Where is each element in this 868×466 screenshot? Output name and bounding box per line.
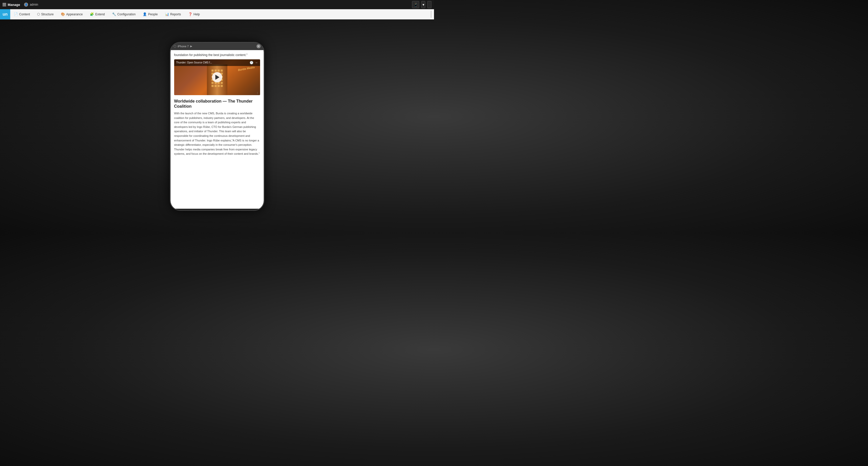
- phone-toolbar-left: iPhone 7 ▶: [174, 45, 192, 48]
- nav-items: 📄 Content ⬡ Structure 🎨 Appearance 🧩 Ext…: [10, 9, 431, 19]
- phone-screen: foundation for publishing the best journ…: [170, 50, 264, 209]
- device-toggle-button[interactable]: 📱: [412, 1, 419, 8]
- help-icon: ❓: [188, 12, 192, 16]
- phone-mockup: iPhone 7 ▶ ✕ foundation for publishing t…: [170, 42, 265, 211]
- site-logo[interactable]: un: [0, 9, 10, 20]
- structure-icon: ⬡: [37, 12, 40, 16]
- nav-right: [431, 11, 434, 18]
- nav-item-content[interactable]: 📄 Content: [10, 9, 33, 19]
- nav-item-configuration[interactable]: 🔧 Configuration: [108, 9, 139, 19]
- article-content: Worldwide collaboration — The Thunder Co…: [170, 99, 264, 160]
- extend-icon: 🧩: [90, 12, 94, 16]
- manage-label: Manage: [8, 3, 20, 7]
- nav-label-help: Help: [194, 12, 200, 16]
- reports-icon: 📊: [165, 12, 169, 16]
- content-icon: 📄: [14, 12, 18, 16]
- burda-label: Burda Media: [238, 65, 255, 71]
- article-heading: Worldwide collaboration — The Thunder Co…: [174, 99, 260, 110]
- nav-label-extend: Extend: [95, 12, 104, 16]
- share-icon: →: [255, 61, 258, 64]
- nav-right-bar: [431, 11, 431, 18]
- video-block[interactable]: Burda Media Thunder: Open Source CMS f..…: [174, 59, 260, 95]
- nav-label-people: People: [148, 12, 158, 16]
- nav-item-help[interactable]: ❓ Help: [185, 9, 204, 19]
- nav-label-appearance: Appearance: [66, 12, 83, 16]
- admin-menu[interactable]: 👤 admin: [24, 3, 38, 7]
- phone-circle-icon: [174, 45, 176, 48]
- nav-label-structure: Structure: [41, 12, 54, 16]
- video-bottom-bar: ⋮: [255, 91, 260, 95]
- device-dropdown-button[interactable]: ▾: [421, 1, 425, 8]
- admin-nav: un 📄 Content ⬡ Structure 🎨 Appearance 🧩 …: [0, 9, 434, 20]
- screen-top-text: foundation for publishing the best journ…: [170, 50, 264, 59]
- video-icons: 🕐 →: [250, 61, 258, 64]
- nav-item-people[interactable]: 👤 People: [139, 9, 161, 19]
- people-icon: 👤: [143, 12, 147, 16]
- admin-label: admin: [30, 3, 38, 6]
- phone-toolbar: iPhone 7 ▶ ✕: [170, 43, 264, 50]
- video-title: Thunder: Open Source CMS f...: [176, 61, 250, 64]
- main-content: iPhone 7 ▶ ✕ foundation for publishing t…: [0, 20, 434, 233]
- nav-item-extend[interactable]: 🧩 Extend: [86, 9, 108, 19]
- appearance-icon: 🎨: [61, 12, 65, 16]
- clock-icon: 🕐: [250, 61, 253, 64]
- end-bar: [427, 1, 431, 8]
- nav-label-content: Content: [19, 12, 30, 16]
- nav-label-reports: Reports: [170, 12, 181, 16]
- phone-label: iPhone 7: [178, 45, 189, 48]
- nav-item-reports[interactable]: 📊 Reports: [161, 9, 185, 19]
- hamburger-icon[interactable]: [3, 3, 6, 6]
- top-bar: Manage 👤 admin 📱 ▾: [0, 0, 434, 9]
- admin-avatar: 👤: [24, 3, 28, 7]
- nav-item-appearance[interactable]: 🎨 Appearance: [57, 9, 87, 19]
- play-button[interactable]: [212, 72, 222, 82]
- play-triangle-icon: [215, 75, 219, 80]
- manage-menu[interactable]: Manage: [3, 3, 20, 7]
- configuration-icon: 🔧: [112, 12, 116, 16]
- video-overlay: Thunder: Open Source CMS f... 🕐 →: [174, 59, 260, 66]
- top-bar-right: 📱 ▾: [412, 1, 431, 8]
- phone-arrow-icon: ▶: [190, 45, 192, 48]
- nav-label-configuration: Configuration: [117, 12, 135, 16]
- nav-item-structure[interactable]: ⬡ Structure: [33, 9, 57, 19]
- phone-close-button[interactable]: ✕: [256, 44, 260, 48]
- article-body: With the launch of the new CMS, Burda is…: [174, 111, 260, 156]
